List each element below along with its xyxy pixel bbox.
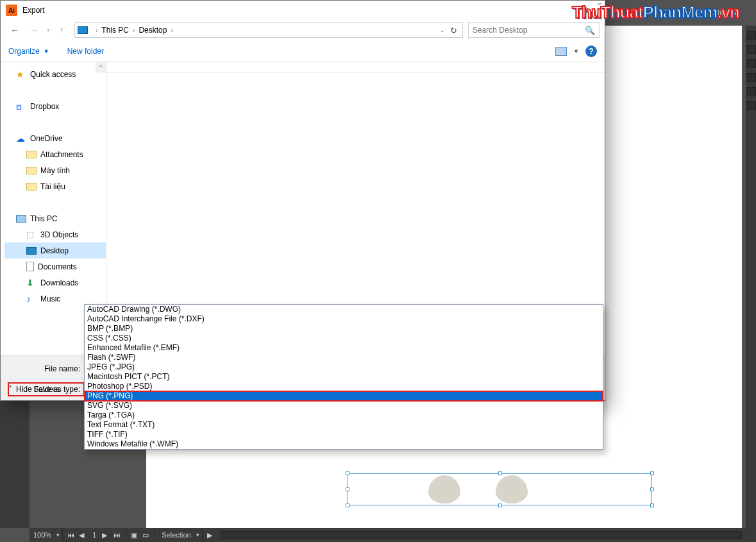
illustrator-icon: Ai — [6, 4, 17, 16]
zoom-level[interactable]: 100% — [29, 531, 55, 539]
type-option[interactable]: CSS (*.CSS) — [85, 334, 603, 343]
type-option[interactable]: AutoCAD Interchange File (*.DXF) — [85, 314, 603, 324]
tree-label: Attachments — [40, 150, 83, 159]
search-input[interactable]: Search Desktop 🔍 — [468, 22, 600, 38]
chevron-down-icon[interactable]: ▾ — [56, 532, 60, 538]
type-option[interactable]: PNG (*.PNG) — [85, 391, 603, 401]
selection-handle[interactable] — [346, 471, 349, 475]
watermark: ThuThuatPhanMem.vn — [572, 3, 739, 22]
titlebar[interactable]: Ai Export ⌄ — [1, 1, 605, 20]
type-option[interactable]: Flash (*.SWF) — [85, 353, 603, 362]
chevron-down-icon[interactable]: ▼ — [573, 48, 579, 55]
hide-folders-label: Hide Folders — [16, 385, 60, 394]
tree-this-pc[interactable]: This PC — [4, 210, 106, 226]
tree-item[interactable]: Documents — [4, 258, 106, 275]
chevron-right-icon[interactable]: › — [133, 27, 135, 34]
up-button[interactable]: ↑ — [54, 22, 69, 38]
refresh-icon[interactable]: ↻ — [450, 26, 457, 35]
type-option[interactable]: BMP (*.BMP) — [85, 324, 603, 334]
chevron-right-icon[interactable]: › — [96, 27, 97, 34]
scroll-up-icon[interactable]: ⌃ — [96, 62, 106, 72]
panel-button[interactable] — [747, 87, 756, 96]
document-icon — [26, 262, 34, 271]
selection-handle[interactable] — [346, 487, 349, 491]
new-folder-button[interactable]: New folder — [67, 47, 104, 56]
prev-icon[interactable]: ◀ — [79, 531, 87, 539]
type-option[interactable]: Enhanced Metafile (*.EMF) — [85, 343, 603, 353]
horizontal-scrollbar[interactable] — [221, 531, 742, 539]
command-bar: Organize ▼ New folder ▼ ? — [1, 40, 605, 62]
play-icon[interactable]: ▶ — [207, 531, 215, 539]
type-option[interactable]: SVG (*.SVG) — [85, 401, 603, 411]
type-option[interactable]: Macintosh PICT (*.PCT) — [85, 372, 603, 382]
selection-handle[interactable] — [650, 504, 654, 507]
panel-button[interactable] — [747, 59, 756, 68]
forward-button[interactable]: → — [25, 22, 43, 38]
list-header[interactable] — [106, 62, 605, 72]
folder-icon — [26, 183, 37, 191]
breadcrumb-root[interactable]: This PC — [101, 26, 129, 35]
panel-button[interactable] — [747, 45, 756, 54]
type-option[interactable]: Photoshop (*.PSD) — [85, 382, 603, 391]
status-mode[interactable]: Selection — [158, 531, 194, 539]
address-bar[interactable]: › This PC › Desktop › ⌄ ↻ — [74, 22, 463, 38]
host-statusbar: 100% ▾ ⏮ ◀ 1 ▶ ⏭ ▣ ▭ Selection ▾ ▶ — [29, 528, 746, 542]
panel-button[interactable] — [747, 101, 756, 110]
type-option[interactable]: TIFF (*.TIF) — [85, 430, 603, 439]
selection-handle[interactable] — [650, 471, 654, 475]
selection-handle[interactable] — [498, 504, 502, 507]
type-option[interactable]: Windows Metafile (*.WMF) — [85, 439, 603, 449]
back-button[interactable]: ← — [6, 22, 24, 38]
tree-label: This PC — [30, 214, 58, 223]
selection-handle[interactable] — [498, 471, 502, 475]
save-as-type-options[interactable]: AutoCAD Drawing (*.DWG)AutoCAD Interchan… — [84, 304, 603, 450]
chevron-down-icon: ▼ — [44, 48, 49, 55]
tree-label: Quick access — [30, 70, 76, 79]
new-folder-label: New folder — [67, 47, 104, 56]
selection-bounds[interactable] — [348, 473, 652, 505]
selection-handle[interactable] — [346, 504, 349, 507]
music-icon: ♪ — [26, 294, 37, 304]
artboard-number[interactable]: 1 — [88, 531, 100, 539]
breadcrumb-leaf[interactable]: Desktop — [139, 26, 167, 35]
view-options-icon[interactable] — [555, 47, 567, 56]
folder-icon — [26, 151, 37, 158]
history-dropdown[interactable]: ▾ — [47, 27, 50, 33]
last-icon[interactable]: ⏭ — [113, 531, 121, 539]
file-name-label: File name: — [8, 364, 84, 373]
address-dropdown[interactable]: ⌄ — [440, 27, 445, 33]
type-option[interactable]: Text Format (*.TXT) — [85, 420, 603, 430]
dropbox-icon: ⧈ — [16, 101, 26, 112]
tree-item-desktop[interactable]: Desktop — [4, 242, 106, 258]
tree-item[interactable]: Attachments — [4, 146, 106, 162]
tree-dropbox[interactable]: ⧈ Dropbox — [4, 98, 106, 114]
next-icon[interactable]: ▶ — [102, 531, 110, 539]
selection-handle[interactable] — [650, 487, 654, 491]
tree-item[interactable]: Tài liệu — [4, 178, 106, 194]
tree-label: Downloads — [40, 278, 78, 287]
chevron-down-icon[interactable]: ▾ — [196, 532, 199, 538]
tree-onedrive[interactable]: ☁ OneDrive — [4, 130, 106, 146]
panel-button[interactable] — [747, 31, 756, 40]
desktop-icon — [26, 247, 37, 255]
organize-label: Organize — [8, 47, 40, 56]
type-option[interactable]: Targa (*.TGA) — [85, 411, 603, 420]
type-option[interactable]: AutoCAD Drawing (*.DWG) — [85, 305, 603, 314]
tree-item[interactable]: ⬚3D Objects — [4, 226, 106, 242]
tree-item[interactable]: Máy tính — [4, 162, 106, 178]
panel-button[interactable] — [747, 73, 756, 82]
nav-toolbar: ← → ▾ ↑ › This PC › Desktop › ⌄ ↻ Search… — [1, 20, 605, 40]
tree-quick-access[interactable]: ★ Quick access — [4, 66, 106, 82]
help-icon[interactable]: ? — [585, 46, 597, 57]
nav-icon[interactable]: ▭ — [142, 531, 150, 539]
chevron-right-icon[interactable]: › — [171, 27, 172, 34]
folder-icon — [26, 167, 37, 174]
nav-icon[interactable]: ▣ — [131, 531, 139, 539]
tree-item[interactable]: ⬇Downloads — [4, 275, 106, 291]
first-icon[interactable]: ⏮ — [67, 531, 75, 539]
tree-label: OneDrive — [30, 134, 63, 143]
organize-menu[interactable]: Organize ▼ — [8, 47, 49, 56]
type-option[interactable]: JPEG (*.JPG) — [85, 362, 603, 372]
host-panels — [746, 26, 756, 542]
hide-folders-toggle[interactable]: ˄ Hide Folders — [8, 385, 60, 394]
